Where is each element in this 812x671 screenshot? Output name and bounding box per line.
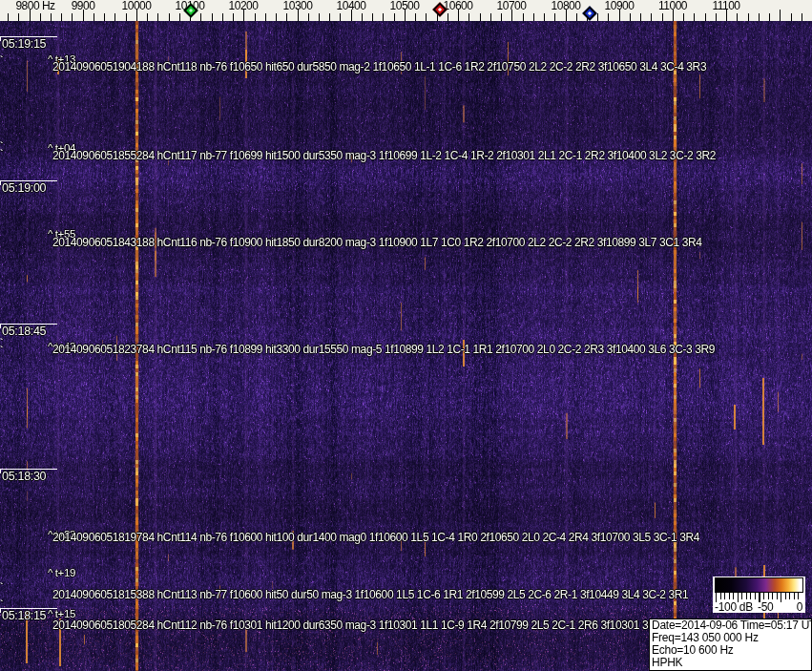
freq-tick-label: 10900 xyxy=(605,0,635,11)
legend-label-min: -100 dB xyxy=(715,601,753,613)
freq-tick-label: 9800 Hz xyxy=(15,0,54,11)
event-data-line: 20140906051805284 hCnt112 nb-76 f10301 h… xyxy=(52,619,669,631)
time-tick-label: 05:19:15 xyxy=(0,36,57,51)
event-time-offset-label: ^ t+19 xyxy=(48,567,75,578)
spectrogram-app-window: 9800 Hz990010000101001020010300104001050… xyxy=(0,0,812,671)
freq-tick-label: 10800 xyxy=(552,0,581,11)
freq-tick-label: 11000 xyxy=(658,0,687,11)
time-tick-label: 05:19:00 xyxy=(0,180,57,195)
event-data-line: 20140906051855284 hCnt117 nb-77 f10699 h… xyxy=(52,150,716,161)
info-station-id: HPHK xyxy=(652,657,809,669)
freq-tick-label: 9900 xyxy=(72,0,95,11)
edge-event-tick: ` xyxy=(0,57,3,63)
color-scale-gradient xyxy=(715,577,803,593)
freq-tick-label: 10400 xyxy=(337,0,366,11)
color-scale-legend: -100 dB -50 0 xyxy=(713,577,805,613)
freq-tick-label: 11100 xyxy=(712,0,739,11)
blue-diamond-marker-center xyxy=(588,11,592,15)
edge-event-tick: ` xyxy=(0,151,3,157)
red-diamond-marker-center xyxy=(438,8,442,11)
status-info-box: Date=2014-09-06 Time=05:17 UTC Freq=143 … xyxy=(649,619,812,671)
time-tick-label: 05:18:30 xyxy=(0,469,57,483)
freq-tick-label: 10300 xyxy=(283,0,313,11)
legend-label-max: 0 xyxy=(797,601,802,613)
freq-tick-label: 10200 xyxy=(229,0,259,11)
edge-event-tick: ` xyxy=(0,584,3,590)
freq-tick-label: 10000 xyxy=(122,0,152,11)
event-data-line: 20140906051823784 hCnt115 nb-76 f10899 h… xyxy=(52,344,715,355)
freq-tick-label: 10500 xyxy=(390,0,420,11)
freq-tick-label: 10700 xyxy=(497,0,527,11)
event-data-line: 20140906051843188 hCnt116 nb-76 f10900 h… xyxy=(52,237,702,248)
event-data-line: 20140906051904188 hCnt118 nb-76 f10650 h… xyxy=(52,61,706,73)
green-diamond-marker-center xyxy=(189,9,193,12)
legend-label-mid: -50 xyxy=(758,601,773,613)
event-data-line: 20140906051815388 hCnt113 nb-77 f10600 h… xyxy=(52,589,688,600)
freq-tick-label: 10600 xyxy=(444,0,473,11)
edge-event-tick: ` xyxy=(0,347,3,353)
edge-event-tick: ` xyxy=(0,601,3,607)
event-data-line: 20140906051819784 hCnt114 nb-76 f10600 h… xyxy=(52,532,699,543)
time-tick-label: 05:18:45 xyxy=(0,324,57,338)
frequency-ruler: 9800 Hz990010000101001020010300104001050… xyxy=(0,0,812,21)
